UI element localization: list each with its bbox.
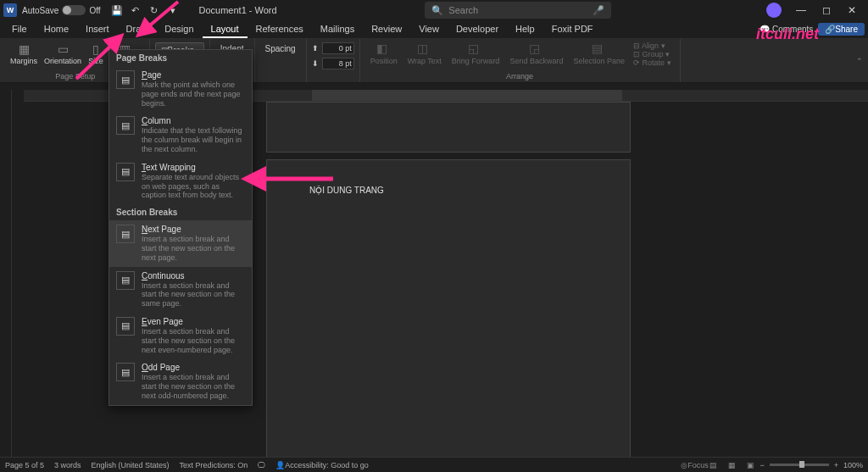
word-icon: W bbox=[3, 3, 17, 17]
undo-icon[interactable]: ↶ bbox=[127, 2, 144, 19]
page-setup-label: Page Setup bbox=[55, 72, 95, 81]
breaks-item-text-wrapping[interactable]: ▤Text WrappingSeparate text around objec… bbox=[109, 158, 252, 204]
search-icon: 🔍 bbox=[431, 5, 443, 16]
breaks-dropdown: Page Breaks ▤PageMark the point at which… bbox=[108, 49, 253, 406]
status-display[interactable]: 🖵 bbox=[258, 461, 265, 469]
breaks-item-column[interactable]: ▤ColumnIndicate that the text following … bbox=[109, 112, 252, 158]
qat-dropdown-icon[interactable]: ▾ bbox=[164, 2, 181, 19]
align-button: ⊟ Align ▾ bbox=[633, 42, 671, 50]
size-button[interactable]: ▯Size bbox=[85, 41, 107, 66]
position-button: ◧Position bbox=[365, 41, 403, 68]
tab-layout[interactable]: Layout bbox=[203, 21, 248, 38]
arrange-label: Arrange bbox=[506, 72, 533, 81]
user-avatar[interactable] bbox=[766, 3, 782, 18]
tab-view[interactable]: View bbox=[410, 21, 448, 38]
status-bar: Page 5 of 5 3 words English (United Stat… bbox=[0, 457, 868, 472]
dd-item-title: Column bbox=[142, 116, 245, 125]
tab-insert[interactable]: Insert bbox=[77, 21, 118, 38]
watermark-text: itculi.net bbox=[756, 25, 819, 43]
menu-bar: FileHomeInsertDrawDesignLayoutReferences… bbox=[0, 20, 868, 39]
tab-developer[interactable]: Developer bbox=[448, 21, 507, 38]
tab-file[interactable]: File bbox=[3, 21, 36, 38]
breaks-item-odd-page[interactable]: ▤Odd PageInsert a section break and star… bbox=[109, 358, 252, 404]
break-icon: ▤ bbox=[116, 163, 135, 181]
break-icon: ▤ bbox=[116, 363, 135, 381]
dd-item-title: Next Page bbox=[142, 225, 245, 234]
save-icon[interactable]: 💾 bbox=[108, 2, 125, 19]
dd-item-title: Continuous bbox=[142, 271, 245, 280]
redo-icon[interactable]: ↻ bbox=[146, 2, 163, 19]
breaks-item-continuous[interactable]: ▤ContinuousInsert a section break and st… bbox=[109, 267, 252, 313]
breaks-item-page[interactable]: ▤PageMark the point at which one page en… bbox=[109, 66, 252, 112]
collapse-ribbon-icon[interactable]: ⌃ bbox=[856, 57, 863, 65]
break-icon: ▤ bbox=[116, 116, 135, 135]
dd-item-title: Odd Page bbox=[142, 363, 245, 372]
read-mode-icon[interactable]: ▤ bbox=[704, 458, 721, 472]
rotate-button: ⟳ Rotate ▾ bbox=[633, 58, 671, 67]
status-language[interactable]: English (United States) bbox=[92, 461, 170, 469]
wrap-text-button: ◫Wrap Text bbox=[403, 41, 447, 68]
dd-item-desc: Mark the point at which one page ends an… bbox=[142, 81, 245, 108]
dd-item-title: Even Page bbox=[142, 317, 245, 326]
print-layout-icon[interactable]: ▦ bbox=[723, 458, 740, 472]
share-button[interactable]: 🔗 Share bbox=[818, 23, 865, 36]
titlebar: W AutoSave Off 💾 ↶ ↻ ▾ Document1 - Word … bbox=[0, 0, 868, 20]
tab-mailings[interactable]: Mailings bbox=[312, 21, 363, 38]
spacing-before-input[interactable]: ⬆0 pt bbox=[312, 42, 354, 55]
tab-help[interactable]: Help bbox=[507, 21, 543, 38]
tab-foxit-pdf[interactable]: Foxit PDF bbox=[543, 21, 602, 38]
tab-design[interactable]: Design bbox=[156, 21, 202, 38]
status-page[interactable]: Page 5 of 5 bbox=[5, 461, 44, 469]
page-previous[interactable] bbox=[266, 102, 631, 153]
dd-item-desc: Insert a section break and start the new… bbox=[142, 281, 245, 308]
spacing-after-input[interactable]: ⬇8 pt bbox=[312, 57, 354, 70]
mic-icon[interactable]: 🎤 bbox=[593, 5, 604, 16]
autosave-label: AutoSave bbox=[22, 6, 58, 15]
zoom-in-button[interactable]: + bbox=[834, 461, 838, 469]
status-accessibility[interactable]: 👤 Accessibility: Good to go bbox=[275, 461, 369, 469]
search-input[interactable]: 🔍 Search 🎤 bbox=[425, 2, 611, 19]
page-current[interactable]: NỘI DUNG TRANG bbox=[266, 159, 631, 457]
page-content-text: NỘI DUNG TRANG bbox=[309, 186, 587, 195]
send-backward-button: ◲Send Backward bbox=[504, 41, 568, 68]
page-breaks-header: Page Breaks bbox=[109, 50, 252, 66]
group-button: ⊡ Group ▾ bbox=[633, 50, 671, 58]
search-placeholder: Search bbox=[448, 5, 478, 15]
status-predictions[interactable]: Text Predictions: On bbox=[180, 461, 248, 469]
break-icon: ▤ bbox=[116, 317, 135, 336]
close-button[interactable]: ✕ bbox=[839, 0, 865, 20]
maximize-button[interactable]: ◻ bbox=[814, 0, 839, 20]
break-icon: ▤ bbox=[116, 70, 135, 89]
vertical-ruler bbox=[0, 90, 12, 457]
tab-home[interactable]: Home bbox=[36, 21, 77, 38]
orientation-button[interactable]: ▭Orientation bbox=[41, 41, 85, 66]
dd-item-title: Page bbox=[142, 70, 245, 80]
bring-forward-button: ◱Bring Forward bbox=[447, 41, 505, 68]
web-layout-icon[interactable]: ▣ bbox=[742, 458, 759, 472]
tab-draw[interactable]: Draw bbox=[118, 21, 157, 38]
autosave-state: Off bbox=[89, 6, 100, 15]
tab-review[interactable]: Review bbox=[363, 21, 410, 38]
zoom-level[interactable]: 100% bbox=[843, 461, 863, 469]
break-icon: ▤ bbox=[116, 225, 135, 243]
dd-item-desc: Separate text around objects on web page… bbox=[142, 173, 245, 200]
breaks-item-next-page[interactable]: ▤Next PageInsert a section break and sta… bbox=[109, 220, 252, 266]
toggle-switch[interactable] bbox=[62, 5, 86, 15]
zoom-slider[interactable] bbox=[770, 464, 829, 466]
status-words[interactable]: 3 words bbox=[54, 461, 81, 469]
dd-item-desc: Insert a section break and start the new… bbox=[142, 235, 245, 262]
dd-item-desc: Insert a section break and start the new… bbox=[142, 373, 245, 400]
dd-item-desc: Insert a section break and start the new… bbox=[142, 327, 245, 354]
zoom-out-button[interactable]: − bbox=[760, 461, 764, 469]
spacing-label: Spacing bbox=[260, 42, 301, 55]
selection-pane-button[interactable]: ▤Selection Pane bbox=[568, 41, 630, 68]
autosave-toggle[interactable]: AutoSave Off bbox=[22, 5, 101, 15]
tab-references[interactable]: References bbox=[248, 21, 312, 38]
section-breaks-header: Section Breaks bbox=[109, 204, 252, 220]
focus-mode-button[interactable]: ◎ Focus bbox=[686, 458, 703, 472]
break-icon: ▤ bbox=[116, 271, 135, 290]
margins-button[interactable]: ▦Margins bbox=[7, 41, 41, 66]
document-title: Document1 - Word bbox=[199, 5, 277, 15]
breaks-item-even-page[interactable]: ▤Even PageInsert a section break and sta… bbox=[109, 313, 252, 358]
minimize-button[interactable]: — bbox=[788, 0, 814, 20]
